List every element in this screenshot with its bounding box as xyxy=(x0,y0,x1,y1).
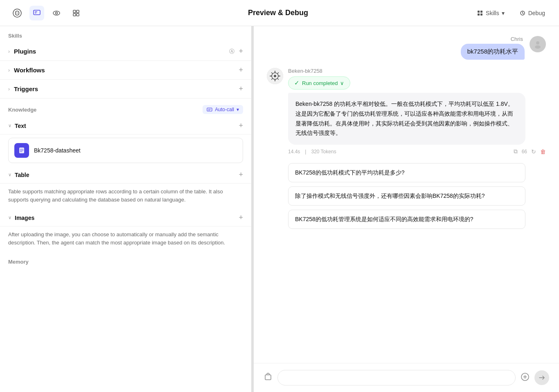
svg-rect-11 xyxy=(480,11,482,13)
grid-icon[interactable] xyxy=(69,6,83,20)
toolbar-left xyxy=(10,6,83,20)
table-chevron-icon: ∨ xyxy=(8,172,11,177)
workflows-row[interactable]: › Workflows + xyxy=(0,61,251,80)
svg-rect-22 xyxy=(265,375,271,380)
triggers-row[interactable]: › Triggers + xyxy=(0,80,251,99)
table-add-icon[interactable]: + xyxy=(239,170,243,179)
check-icon: ✓ xyxy=(294,79,300,87)
top-toolbar: Preview & Debug Skills ▾ Debug xyxy=(0,0,559,26)
chat-input[interactable] xyxy=(277,370,516,385)
knowledge-header: Knowledge Auto-call ▾ xyxy=(0,99,251,117)
eye-icon[interactable] xyxy=(49,6,64,20)
bot-meta: 14.4s | 320 Tokens ⧉ 66 ↻ 🗑 xyxy=(288,148,546,155)
user-avatar xyxy=(530,36,546,52)
bot-response-bubble: Beken-bk7258 的功耗水平相对较低。一般在低功耗模式下，平均功耗可以低… xyxy=(288,93,525,145)
bot-content: Beken-bk7258 ✓ Run completed ∨ Beken-bk7… xyxy=(288,68,546,155)
toolbar-right: Skills ▾ Debug xyxy=(473,7,549,19)
debug-button[interactable]: Debug xyxy=(515,7,549,19)
svg-rect-6 xyxy=(73,10,76,13)
main-container: Skills › Plugins Ⓐ + › Workflows + xyxy=(0,26,559,392)
text-subsection-label: Text xyxy=(15,123,26,129)
meta-separator: | xyxy=(305,149,306,155)
svg-point-5 xyxy=(56,12,58,14)
suggestion-item-3[interactable]: BK7258的低功耗管理系统是如何适应不同的高效能需求和用电环境的? xyxy=(288,210,525,229)
openai-icon[interactable] xyxy=(10,6,25,20)
plugins-label: Plugins xyxy=(14,48,36,55)
text-subsection-row[interactable]: ∨ Text + xyxy=(0,117,251,134)
suggestion-item-1[interactable]: BK7258的低功耗模式下的平均功耗是多少? xyxy=(288,163,525,182)
file-icon xyxy=(14,143,29,158)
auto-call-button[interactable]: Auto-call ▾ xyxy=(203,105,243,114)
suggestion-item-2[interactable]: 除了操作模式和无线信号强度外，还有哪些因素会影响BK7258的实际功耗? xyxy=(288,186,525,206)
meta-time: 14.4s xyxy=(288,149,300,155)
images-chevron-icon: ∨ xyxy=(8,215,11,220)
svg-rect-7 xyxy=(77,10,79,13)
knowledge-section-label: Knowledge xyxy=(8,107,36,113)
svg-point-18 xyxy=(535,45,541,49)
triggers-label: Triggers xyxy=(14,85,38,92)
table-subsection-row[interactable]: ∨ Table + xyxy=(0,166,251,184)
svg-point-21 xyxy=(274,75,276,77)
suggestions-container: BK7258的低功耗模式下的平均功耗是多少? 除了操作模式和无线信号强度外，还有… xyxy=(288,163,546,229)
right-panel: Chris bk7258的功耗水平 xyxy=(254,26,559,392)
skills-section-label: Skills xyxy=(0,26,251,42)
user-bubble: bk7258的功耗水平 xyxy=(461,44,525,60)
copy-icon[interactable]: ⧉ xyxy=(514,148,518,155)
workflows-add-icon[interactable]: + xyxy=(239,66,243,74)
text-chevron-icon: ∨ xyxy=(8,123,11,128)
text-add-icon[interactable]: + xyxy=(239,121,243,130)
chat-interface-icon[interactable] xyxy=(29,6,44,20)
workflows-label: Workflows xyxy=(14,67,45,74)
svg-point-4 xyxy=(53,11,60,15)
send-button[interactable] xyxy=(534,370,549,385)
bot-name-label: Beken-bk7258 xyxy=(288,68,546,74)
bot-avatar xyxy=(267,68,283,84)
memory-section-label: Memory xyxy=(0,252,251,268)
images-add-icon[interactable]: + xyxy=(239,213,243,222)
svg-rect-3 xyxy=(35,13,36,13)
bot-message-row: Beken-bk7258 ✓ Run completed ∨ Beken-bk7… xyxy=(267,68,546,155)
page-title: Preview & Debug xyxy=(248,9,308,17)
file-card-bk7258[interactable]: Bk7258-datasheet xyxy=(8,138,243,163)
meta-tokens: 320 Tokens xyxy=(311,149,336,155)
file-name: Bk7258-datasheet xyxy=(34,147,81,154)
delete-icon[interactable]: 🗑 xyxy=(540,148,546,155)
table-description: Table supports matching appropriate rows… xyxy=(0,184,251,209)
svg-rect-1 xyxy=(34,10,40,15)
svg-rect-15 xyxy=(207,108,212,111)
input-plus-icon[interactable] xyxy=(521,372,530,383)
svg-point-17 xyxy=(536,41,539,45)
refresh-icon[interactable]: ↻ xyxy=(531,148,536,155)
plugins-action-icon[interactable]: Ⓐ xyxy=(229,48,234,55)
run-completed-badge[interactable]: ✓ Run completed ∨ xyxy=(288,76,350,90)
run-completed-chevron-icon: ∨ xyxy=(340,80,344,86)
plugins-chevron-icon: › xyxy=(8,49,10,54)
images-subsection-label: Images xyxy=(15,215,34,221)
svg-rect-12 xyxy=(478,13,480,16)
svg-rect-2 xyxy=(35,11,37,12)
images-subsection-row[interactable]: ∨ Images + xyxy=(0,209,251,226)
svg-rect-13 xyxy=(480,13,482,16)
triggers-add-icon[interactable]: + xyxy=(239,85,243,93)
svg-rect-10 xyxy=(478,11,480,13)
workflows-chevron-icon: › xyxy=(8,67,10,73)
user-name-label: Chris xyxy=(511,36,523,42)
attach-icon[interactable] xyxy=(264,372,273,383)
svg-rect-8 xyxy=(73,13,76,16)
plugins-row[interactable]: › Plugins Ⓐ + xyxy=(0,42,251,61)
meta-count: 66 xyxy=(522,149,527,155)
chat-messages: Chris bk7258的功耗水平 xyxy=(254,26,559,363)
images-description: After uploading the image, you can choos… xyxy=(0,226,251,252)
left-panel: Skills › Plugins Ⓐ + › Workflows + xyxy=(0,26,254,392)
svg-rect-9 xyxy=(77,13,79,16)
skills-button[interactable]: Skills ▾ xyxy=(473,7,509,19)
table-subsection-label: Table xyxy=(15,172,29,178)
triggers-chevron-icon: › xyxy=(8,86,10,92)
user-message-row: Chris bk7258的功耗水平 xyxy=(267,36,546,60)
chat-input-area xyxy=(254,363,559,392)
plugins-add-icon[interactable]: + xyxy=(239,47,243,56)
